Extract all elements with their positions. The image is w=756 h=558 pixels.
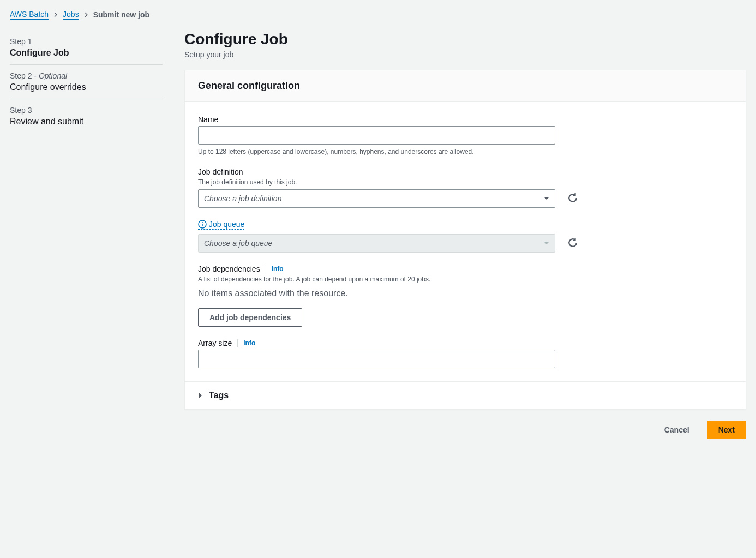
add-job-dependencies-button[interactable]: Add job dependencies <box>198 308 302 327</box>
step-label: Step 2 - Optional <box>10 71 163 80</box>
array-size-label: Array size Info <box>198 339 733 347</box>
breadcrumb-current: Submit new job <box>93 10 149 19</box>
next-button[interactable]: Next <box>707 421 746 439</box>
step-title: Configure Job <box>10 48 163 58</box>
chevron-right-icon <box>53 10 58 19</box>
job-definition-desc: The job definition used by this job. <box>198 178 733 186</box>
refresh-icon <box>568 193 578 205</box>
chevron-right-icon <box>83 10 89 19</box>
name-hint: Up to 128 letters (uppercase and lowerca… <box>198 148 733 155</box>
panel-title: General configuration <box>198 80 733 92</box>
job-dependencies-empty: No items associated with the resource. <box>198 289 733 298</box>
info-icon <box>198 220 207 229</box>
name-field: Name Up to 128 letters (uppercase and lo… <box>198 115 733 155</box>
panel-header: General configuration <box>185 70 746 102</box>
job-dependencies-info-link[interactable]: Info <box>266 265 284 273</box>
job-dependencies-desc: A list of dependencies for the job. A jo… <box>198 275 733 283</box>
step-title: Configure overrides <box>10 82 163 92</box>
job-dependencies-field: Job dependencies Info A list of dependen… <box>198 265 733 327</box>
page-subtitle: Setup your job <box>184 50 746 59</box>
general-configuration-panel: General configuration Name Up to 128 let… <box>184 70 746 410</box>
job-queue-select[interactable]: Choose a job queue <box>198 234 555 253</box>
refresh-job-queue-button[interactable] <box>564 235 581 252</box>
svg-point-1 <box>202 222 203 223</box>
page-title: Configure Job <box>184 31 746 48</box>
step-label: Step 1 <box>10 37 163 46</box>
tags-title: Tags <box>209 391 229 400</box>
step-item-3[interactable]: Step 3 Review and submit <box>10 99 163 133</box>
step-label: Step 3 <box>10 106 163 115</box>
caret-right-icon <box>198 392 203 399</box>
main-content: Configure Job Setup your job General con… <box>184 31 746 439</box>
name-input[interactable] <box>198 126 555 145</box>
name-label: Name <box>198 115 733 124</box>
footer-actions: Cancel Next <box>184 410 746 439</box>
refresh-icon <box>568 238 578 249</box>
array-size-input[interactable] <box>198 350 555 368</box>
job-definition-label: Job definition <box>198 167 733 176</box>
refresh-job-definition-button[interactable] <box>564 190 581 207</box>
job-definition-field: Job definition The job definition used b… <box>198 167 733 208</box>
cancel-button[interactable]: Cancel <box>653 421 700 439</box>
step-item-1[interactable]: Step 1 Configure Job <box>10 31 163 65</box>
array-size-info-link[interactable]: Info <box>237 339 255 347</box>
breadcrumb-link-aws-batch[interactable]: AWS Batch <box>10 10 49 20</box>
job-dependencies-label: Job dependencies Info <box>198 265 733 273</box>
breadcrumb: AWS Batch Jobs Submit new job <box>10 10 746 20</box>
job-definition-select[interactable]: Choose a job definition <box>198 189 555 208</box>
step-title: Review and submit <box>10 117 163 127</box>
breadcrumb-link-jobs[interactable]: Jobs <box>63 10 79 20</box>
step-item-2[interactable]: Step 2 - Optional Configure overrides <box>10 65 163 99</box>
job-queue-field: Job queue Choose a job queue <box>198 220 733 253</box>
job-queue-label-link[interactable]: Job queue <box>198 220 244 230</box>
step-navigation: Step 1 Configure Job Step 2 - Optional C… <box>10 31 163 439</box>
tags-section[interactable]: Tags <box>185 382 746 409</box>
array-size-field: Array size Info <box>198 339 733 368</box>
